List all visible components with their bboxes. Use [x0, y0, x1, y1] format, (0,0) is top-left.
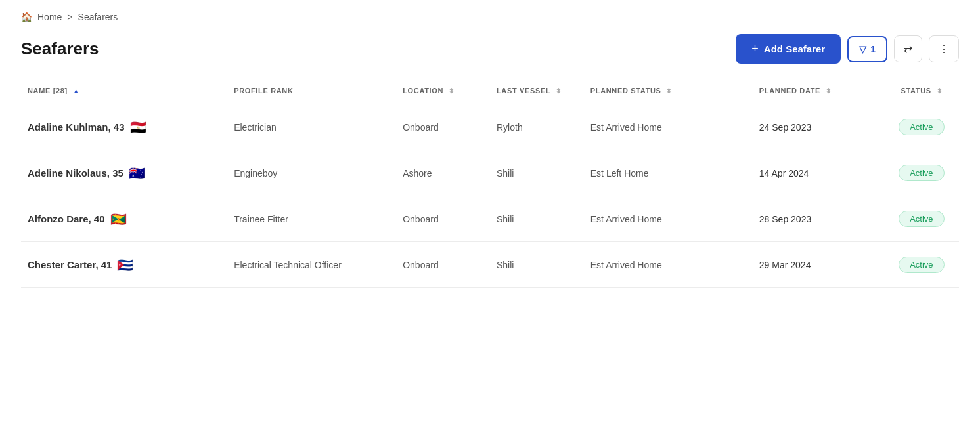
table-row[interactable]: Alfonzo Dare, 40 🇬🇩 Trainee Fitter Onboa… — [21, 196, 959, 242]
table-header: NAME [28] ▲ PROFILE RANK LOCATION ⬍ LAST… — [21, 77, 959, 104]
plus-icon: + — [751, 42, 759, 56]
sort-icon-planned-status: ⬍ — [666, 87, 672, 94]
table-row[interactable]: Adeline Nikolaus, 35 🇦🇺 Engineboy Ashore… — [21, 150, 959, 196]
cell-planned-date-0: 24 Sep 2023 — [753, 104, 884, 150]
flag-2: 🇬🇩 — [110, 211, 127, 227]
name-text-0: Adaline Kuhlman, 43 — [28, 121, 125, 133]
name-text-1: Adeline Nikolaus, 35 — [28, 167, 123, 178]
seafarers-table: NAME [28] ▲ PROFILE RANK LOCATION ⬍ LAST… — [21, 77, 959, 288]
table-body: Adaline Kuhlman, 43 🇪🇬 Electrician Onboa… — [21, 104, 959, 288]
cell-location-0: Onboard — [396, 104, 490, 150]
cell-planned-status-1: Est Left Home — [584, 150, 753, 196]
col-header-name[interactable]: NAME [28] ▲ — [21, 77, 227, 104]
more-icon: ⋮ — [939, 43, 949, 55]
cell-name-3: Chester Carter, 41 🇨🇺 — [21, 242, 227, 288]
cell-planned-status-0: Est Arrived Home — [584, 104, 753, 150]
breadcrumb-home[interactable]: Home — [37, 12, 62, 22]
filter-count: 1 — [870, 44, 876, 54]
name-text-2: Alfonzo Dare, 40 — [28, 213, 105, 224]
cell-status-2: Active — [884, 196, 959, 242]
cell-rank-2: Trainee Fitter — [227, 196, 396, 242]
page-header: Seafarers + Add Seafarer ▽ 1 ⇄ ⋮ — [0, 29, 980, 77]
breadcrumb-separator: > — [67, 12, 72, 22]
cell-planned-date-3: 29 Mar 2024 — [753, 242, 884, 288]
status-badge-1: Active — [899, 165, 944, 181]
sort-icon-status: ⬍ — [937, 87, 943, 94]
col-header-planned-status[interactable]: PLANNED STATUS ⬍ — [584, 77, 753, 104]
cell-status-0: Active — [884, 104, 959, 150]
name-text-3: Chester Carter, 41 — [28, 259, 112, 270]
cell-name-1: Adeline Nikolaus, 35 🇦🇺 — [21, 150, 227, 196]
cell-rank-3: Electrical Technical Officer — [227, 242, 396, 288]
filter-button[interactable]: ▽ 1 — [847, 36, 887, 62]
sort-icon-planned-date: ⬍ — [826, 87, 832, 94]
sort-icon-name: ▲ — [73, 87, 80, 94]
cell-vessel-1: Shili — [490, 150, 584, 196]
cell-planned-date-2: 28 Sep 2023 — [753, 196, 884, 242]
flag-0: 🇪🇬 — [130, 119, 146, 135]
header-actions: + Add Seafarer ▽ 1 ⇄ ⋮ — [736, 34, 959, 64]
page-title: Seafarers — [21, 39, 99, 59]
cell-planned-date-1: 14 Apr 2024 — [753, 150, 884, 196]
cell-name-2: Alfonzo Dare, 40 🇬🇩 — [21, 196, 227, 242]
cell-rank-1: Engineboy — [227, 150, 396, 196]
col-header-location[interactable]: LOCATION ⬍ — [396, 77, 490, 104]
breadcrumb-current: Seafarers — [78, 12, 118, 22]
more-button[interactable]: ⋮ — [929, 35, 959, 62]
status-badge-3: Active — [899, 257, 944, 273]
cell-rank-0: Electrician — [227, 104, 396, 150]
cell-planned-status-2: Est Arrived Home — [584, 196, 753, 242]
status-badge-2: Active — [899, 211, 944, 227]
cell-vessel-3: Shili — [490, 242, 584, 288]
seafarers-table-container: NAME [28] ▲ PROFILE RANK LOCATION ⬍ LAST… — [0, 77, 980, 288]
col-header-vessel[interactable]: LAST VESSEL ⬍ — [490, 77, 584, 104]
cell-vessel-0: Ryloth — [490, 104, 584, 150]
col-header-status[interactable]: STATUS ⬍ — [884, 77, 959, 104]
flag-1: 🇦🇺 — [129, 165, 145, 181]
cell-status-1: Active — [884, 150, 959, 196]
swap-button[interactable]: ⇄ — [894, 35, 922, 62]
breadcrumb: 🏠 Home > Seafarers — [0, 0, 980, 29]
home-icon: 🏠 — [21, 12, 32, 22]
table-row[interactable]: Chester Carter, 41 🇨🇺 Electrical Technic… — [21, 242, 959, 288]
swap-icon: ⇄ — [904, 43, 912, 55]
add-seafarer-button[interactable]: + Add Seafarer — [736, 34, 841, 64]
cell-location-1: Ashore — [396, 150, 490, 196]
sort-icon-location: ⬍ — [449, 87, 455, 94]
status-badge-0: Active — [899, 119, 944, 135]
cell-status-3: Active — [884, 242, 959, 288]
cell-vessel-2: Shili — [490, 196, 584, 242]
cell-location-2: Onboard — [396, 196, 490, 242]
filter-icon: ▽ — [859, 44, 866, 54]
flag-3: 🇨🇺 — [117, 257, 133, 273]
cell-location-3: Onboard — [396, 242, 490, 288]
table-row[interactable]: Adaline Kuhlman, 43 🇪🇬 Electrician Onboa… — [21, 104, 959, 150]
cell-planned-status-3: Est Arrived Home — [584, 242, 753, 288]
add-seafarer-label: Add Seafarer — [764, 43, 825, 54]
col-header-planned-date[interactable]: PLANNED DATE ⬍ — [753, 77, 884, 104]
col-header-rank: PROFILE RANK — [227, 77, 396, 104]
sort-icon-vessel: ⬍ — [556, 87, 562, 94]
cell-name-0: Adaline Kuhlman, 43 🇪🇬 — [21, 104, 227, 150]
